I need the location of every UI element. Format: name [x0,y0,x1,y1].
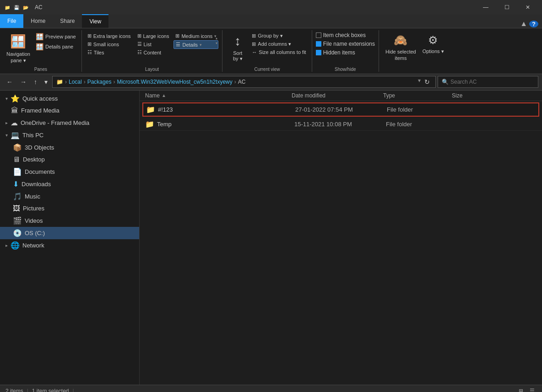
preview-pane-icon: 🪟 [36,33,43,40]
group-by-button[interactable]: ⊞ Group by ▾ [250,32,308,40]
breadcrumb-local[interactable]: Local [69,79,82,85]
pictures-label: Pictures [23,205,44,212]
details-pane-button[interactable]: 🪟 Details pane [34,42,78,51]
refresh-button[interactable]: ↻ [423,77,432,86]
col-date-label: Date modified [292,92,325,99]
maximize-button[interactable]: ☐ [496,0,517,15]
tab-view[interactable]: View [82,14,108,28]
window-controls: — ☐ ✕ [475,0,538,15]
sidebar-item-music[interactable]: 🎵 Music [0,190,139,203]
file-name-extensions-checkbox[interactable] [316,41,321,47]
collapse-ribbon-icon[interactable]: ▲ [520,20,527,28]
extra-large-icons-button[interactable]: ⊞ Extra large icons [86,32,133,40]
navigation-bar: ← → ↑ ▾ 📁 › Local › Packages › Microsoft… [0,74,542,91]
os-c-label: OS (C:) [25,230,45,236]
group-by-label: Group by ▾ [258,33,282,39]
sidebar-item-quick-access[interactable]: ▾ ⭐ Quick access [0,92,139,105]
back-button[interactable]: ← [4,76,16,87]
title-bar: 📁 💾 📂 AC — ☐ ✕ [0,0,542,15]
col-header-type[interactable]: Type [383,92,452,99]
pictures-icon: 🖼 [13,204,20,213]
file-area: Name ▲ Date modified Type Size 📁 #!123 2… [140,91,542,385]
preview-pane-button[interactable]: 🪟 Preview pane [34,32,78,41]
file-date-temp: 15-11-2021 10:08 PM [294,121,386,128]
window-title: AC [35,4,472,11]
breadcrumb-packages[interactable]: Packages [87,79,112,85]
options-icon: ⚙ [428,34,438,47]
item-check-boxes-checkbox[interactable] [316,32,321,38]
sort-by-button[interactable]: ↕ Sortby ▾ [226,32,249,64]
details-button[interactable]: ☰ Details ▾ [173,40,218,49]
minimize-button[interactable]: — [475,0,496,15]
help-icon[interactable]: ? [529,21,538,27]
list-view-button[interactable]: ☰ [527,387,537,392]
file-name-extensions-row[interactable]: File name extensions [316,41,375,47]
documents-icon: 📄 [13,167,22,176]
medium-icons-button[interactable]: ⊞ Medium icons ▾ [173,32,218,40]
close-button[interactable]: ✕ [517,0,538,15]
list-label: List [144,42,152,47]
small-icons-button[interactable]: ⊞ Small icons [86,40,133,48]
framed-media-icon: 🏛 [11,107,18,115]
list-button[interactable]: ☰ List [136,40,171,48]
item-check-boxes-row[interactable]: Item check boxes [316,32,366,38]
large-icons-button[interactable]: ⊞ Large icons [136,32,171,40]
search-input[interactable] [450,79,534,85]
breadcrumb-ac: AC [238,79,246,85]
sidebar-item-os-c[interactable]: 💿 OS (C:) [0,227,139,239]
sidebar-item-videos[interactable]: 🎬 Videos [0,215,139,227]
breadcrumb-host[interactable]: Microsoft.Win32WebViewHost_cw5n1h2txyewy [117,79,232,85]
sidebar-item-framed-media[interactable]: 🏛 Framed Media [0,105,139,117]
sidebar-item-pictures[interactable]: 🖼 Pictures [0,203,139,215]
tab-home[interactable]: Home [23,14,53,28]
file-row-123[interactable]: 📁 #!123 27-01-2022 07:54 PM File folder [142,102,539,117]
details-view-button[interactable]: ⊞ [516,387,526,392]
hidden-items-checkbox[interactable] [316,50,321,55]
options-button[interactable]: ⚙ Options ▾ [420,32,447,56]
col-header-date[interactable]: Date modified [292,92,383,99]
sidebar-item-3d-objects[interactable]: 📦 3D Objects [0,141,139,154]
tab-file[interactable]: File [0,14,23,28]
size-columns-button[interactable]: ↔ Size all columns to fit [250,48,308,56]
up-button[interactable]: ↑ [31,76,40,87]
add-columns-button[interactable]: ⊞ Add columns ▾ [250,40,308,48]
tiles-icon: ☷ [87,49,92,55]
framed-media-label: Framed Media [21,107,60,114]
sidebar-item-this-pc[interactable]: ▾ 💻 This PC [0,129,139,141]
quick-access-expand-icon: ▾ [5,96,8,101]
group-by-icon: ⊞ [252,33,256,39]
col-size-label: Size [452,92,462,99]
breadcrumb-dropdown-icon[interactable]: ▾ [418,77,421,86]
col-header-size[interactable]: Size [452,92,537,99]
size-columns-icon: ↔ [252,49,257,55]
forward-button[interactable]: → [17,76,29,87]
col-header-name[interactable]: Name ▲ [145,92,292,99]
ribbon-group-show-hide: Item check boxes File name extensions Hi… [312,30,379,72]
hide-options-group-content: 🙈 Hide selecteditems ⚙ Options ▾ [383,30,447,71]
tab-share[interactable]: Share [53,14,82,28]
options-label: Options ▾ [423,48,444,54]
details-icon: ☰ [176,42,180,48]
sidebar-item-desktop[interactable]: 🖥 Desktop [0,154,139,166]
hidden-items-row[interactable]: Hidden items [316,49,355,56]
navigation-pane-button[interactable]: 🪟 Navigationpane ▾ [4,32,33,66]
sidebar-item-documents[interactable]: 📄 Documents [0,166,139,178]
sidebar-item-downloads[interactable]: ⬇ Downloads [0,178,139,190]
file-row-temp[interactable]: 📁 Temp 15-11-2021 10:08 PM File folder [140,118,542,131]
hide-selected-button[interactable]: 🙈 Hide selecteditems [383,32,419,64]
search-box[interactable]: 🔍 [438,76,538,88]
breadcrumb-bar: 📁 › Local › Packages › Microsoft.Win32We… [52,76,436,88]
content-button[interactable]: ☷ Content [136,48,171,56]
layout-group-content: ⊞ Extra large icons ⊞ Small icons ☷ Tile… [86,30,219,66]
sidebar-item-network[interactable]: ▸ 🌐 Network [0,239,139,252]
breadcrumb-icon: 📁 [56,79,63,85]
tiles-button[interactable]: ☷ Tiles [86,48,133,56]
file-name-temp: Temp [157,121,294,128]
file-type-temp: File folder [386,121,455,128]
sidebar-item-onedrive[interactable]: ▸ ☁ OneDrive - Framed Media [0,117,139,129]
content-label: Content [144,50,162,55]
sort-by-icon: ↕ [234,34,241,48]
status-bar: 2 items | 1 item selected | ⊞ ☰ [0,385,542,392]
folder-icon: 📁 [4,4,11,11]
recent-locations-button[interactable]: ▾ [42,76,50,87]
